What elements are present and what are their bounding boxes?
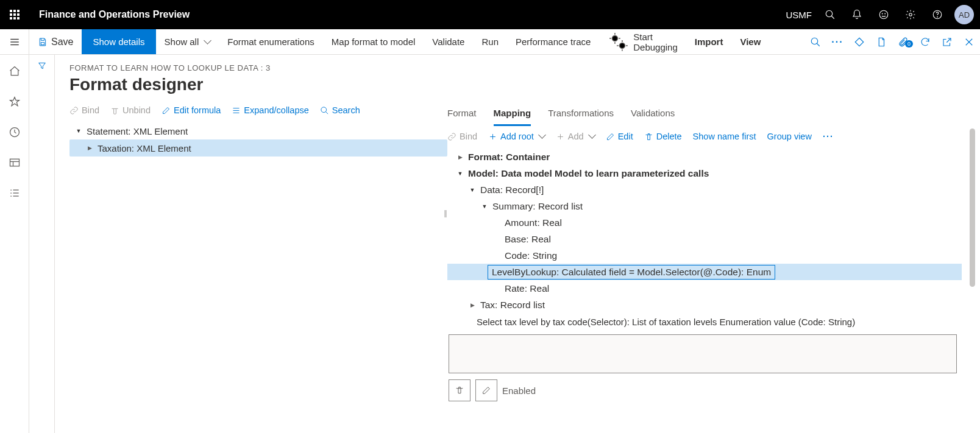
filter-icon[interactable] (37, 61, 47, 433)
top-header: Finance and Operations Preview USMF AD (0, 0, 980, 29)
edit-formula-action[interactable]: Edit formula (162, 105, 221, 115)
node-format-container[interactable]: Format: Container (447, 149, 962, 165)
star-icon[interactable] (0, 91, 29, 112)
app-launcher[interactable] (0, 0, 29, 29)
popout-icon[interactable] (936, 37, 958, 48)
hamburger-menu[interactable] (0, 29, 29, 54)
breadcrumb: FORMAT TO LEARN HOW TO LOOKUP LE DATA : … (69, 63, 980, 72)
run-button[interactable]: Run (473, 29, 507, 54)
import-button[interactable]: Import (686, 29, 732, 54)
attach-badge: 0 (905, 40, 913, 48)
mapping-tree: Format: Container Model: Data model Mode… (447, 149, 962, 334)
node-description: Select tax level by tax code(Selector): … (447, 313, 962, 334)
command-bar: Save Show details Show all Format enumer… (0, 29, 980, 55)
svg-point-2 (879, 10, 888, 19)
enabled-label: Enabled (502, 385, 536, 396)
home-icon[interactable] (0, 61, 29, 82)
show-details-button[interactable]: Show details (82, 29, 155, 54)
search-icon[interactable] (817, 0, 843, 29)
validate-button[interactable]: Validate (424, 29, 473, 54)
add-action: Add (556, 132, 595, 141)
tree-node-taxation[interactable]: Taxation: XML Element (69, 139, 447, 157)
svg-point-5 (909, 13, 912, 16)
edit-action[interactable]: Edit (606, 132, 633, 141)
more-command-icon[interactable]: ··· (826, 37, 848, 48)
workspace-icon[interactable] (0, 152, 29, 173)
document-icon[interactable] (870, 37, 892, 48)
formula-textarea[interactable] (449, 334, 957, 373)
bind-action: Bind (69, 105, 99, 115)
svg-point-14 (811, 38, 818, 44)
show-all-button[interactable]: Show all (156, 29, 219, 54)
modules-icon[interactable] (0, 183, 29, 203)
svg-point-13 (620, 43, 625, 48)
gear-icon[interactable] (897, 0, 924, 29)
svg-point-12 (612, 35, 618, 41)
svg-rect-11 (41, 42, 44, 44)
svg-rect-19 (10, 159, 19, 166)
node-base[interactable]: Base: Real (447, 231, 962, 247)
node-data[interactable]: Data: Record[!] (447, 181, 962, 198)
svg-line-32 (325, 111, 328, 114)
clock-icon[interactable] (0, 122, 29, 143)
format-enumerations-button[interactable]: Format enumerations (219, 29, 323, 54)
edit-formula-button[interactable] (475, 379, 497, 401)
app-title: Finance and Operations Preview (29, 9, 190, 20)
search-action[interactable]: Search (320, 105, 360, 115)
arrow-right-icon[interactable] (85, 145, 94, 151)
tab-format[interactable]: Format (447, 105, 477, 126)
waffle-icon (10, 10, 20, 19)
smiley-icon[interactable] (870, 0, 897, 29)
node-code[interactable]: Code: String (447, 247, 962, 264)
arrow-down-icon[interactable] (456, 171, 464, 177)
add-root-action[interactable]: Add root (488, 132, 545, 141)
delete-formula-button[interactable] (449, 379, 470, 401)
bell-icon[interactable] (843, 0, 870, 29)
close-icon[interactable] (958, 37, 980, 48)
chevron-down-icon (587, 132, 595, 141)
node-summary[interactable]: Summary: Record list (447, 198, 962, 214)
search-command-icon[interactable] (804, 37, 826, 48)
arrow-down-icon[interactable] (468, 187, 477, 193)
svg-point-3 (882, 13, 882, 14)
tab-mapping[interactable]: Mapping (494, 105, 531, 126)
tree-node-statement[interactable]: Statement: XML Element (69, 122, 447, 139)
arrow-down-icon[interactable] (74, 128, 83, 134)
delete-action[interactable]: Delete (644, 132, 682, 141)
right-action-row: Bind Add root Add Edit Delete Show name … (447, 132, 962, 141)
attach-icon[interactable]: 0 (892, 37, 914, 48)
node-tax[interactable]: Tax: Record list (447, 297, 962, 313)
start-debugging-button[interactable]: Start Debugging (599, 29, 686, 54)
more-actions[interactable]: ··· (823, 132, 834, 141)
help-icon[interactable] (924, 0, 951, 29)
diamond-icon[interactable] (848, 37, 870, 48)
page-title: Format designer (69, 75, 980, 94)
avatar[interactable]: AD (954, 5, 974, 24)
unbind-action: Unbind (110, 105, 151, 115)
scrollbar[interactable] (970, 128, 975, 287)
arrow-right-icon[interactable] (468, 302, 477, 308)
save-button[interactable]: Save (29, 29, 82, 54)
tab-validations[interactable]: Validations (631, 105, 675, 126)
show-name-first-action[interactable]: Show name first (693, 132, 756, 141)
node-amount[interactable]: Amount: Real (447, 214, 962, 231)
performance-trace-button[interactable]: Performance trace (507, 29, 599, 54)
map-format-button[interactable]: Map format to model (323, 29, 424, 54)
filter-column (29, 55, 55, 433)
svg-point-31 (321, 107, 327, 112)
refresh-icon[interactable] (914, 37, 936, 48)
company-code[interactable]: USMF (786, 10, 812, 20)
node-levelbylookup[interactable]: LevelByLookup: Calculated field = Model.… (447, 264, 962, 280)
node-model[interactable]: Model: Data model Model to learn paramet… (447, 165, 962, 181)
node-rate[interactable]: Rate: Real (447, 280, 962, 297)
group-view-action[interactable]: Group view (767, 132, 812, 141)
svg-point-0 (826, 10, 833, 17)
arrow-right-icon[interactable] (456, 154, 464, 160)
svg-line-1 (831, 16, 834, 19)
arrow-down-icon[interactable] (480, 203, 489, 209)
format-tree: Statement: XML Element Taxation: XML Ele… (69, 122, 447, 157)
expand-collapse-action[interactable]: Expand/collapse (232, 105, 308, 115)
svg-point-7 (937, 16, 938, 17)
view-button[interactable]: View (731, 29, 769, 54)
tab-transformations[interactable]: Transformations (548, 105, 614, 126)
